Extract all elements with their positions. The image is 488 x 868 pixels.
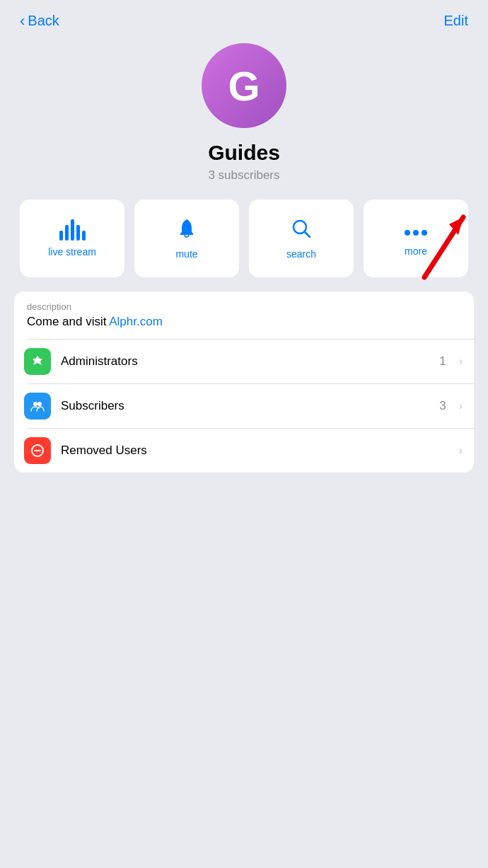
description-link[interactable]: Alphr.com <box>109 315 163 328</box>
administrators-label: Administrators <box>61 354 429 369</box>
mute-label: mute <box>175 248 197 260</box>
search-icon <box>291 218 312 243</box>
subscribers-label: Subscribers <box>61 399 429 413</box>
edit-label: Edit <box>444 13 468 28</box>
administrators-chevron-icon: › <box>459 355 463 368</box>
bell-icon <box>177 218 197 243</box>
administrators-count: 1 <box>439 354 446 369</box>
subscribers-icon <box>24 393 51 419</box>
removed-users-icon <box>24 437 51 464</box>
info-card: description Come and visit Alphr.com Adm… <box>14 291 474 473</box>
subscribers-chevron-icon: › <box>459 400 463 412</box>
search-label: search <box>286 248 316 260</box>
live-stream-label: live stream <box>48 246 96 257</box>
more-label: more <box>405 245 427 257</box>
subscribers-count: 3 <box>439 399 446 413</box>
administrators-item[interactable]: Administrators 1 › <box>14 340 474 383</box>
svg-point-4 <box>422 230 427 236</box>
live-stream-button[interactable]: live stream <box>20 199 124 277</box>
svg-point-2 <box>405 230 410 236</box>
svg-point-8 <box>33 402 37 406</box>
svg-point-9 <box>37 402 42 406</box>
svg-point-7 <box>35 359 40 363</box>
subscribers-item[interactable]: Subscribers 3 › <box>14 384 474 428</box>
more-dots-icon <box>404 220 428 240</box>
live-stream-icon <box>59 219 86 241</box>
mute-button[interactable]: mute <box>134 199 239 277</box>
search-button[interactable]: search <box>249 199 354 277</box>
back-label: Back <box>28 13 59 29</box>
removed-users-label: Removed Users <box>61 444 449 458</box>
administrators-icon <box>24 348 51 375</box>
channel-name: Guides <box>208 141 280 165</box>
actions-row: live stream mute <box>0 199 488 277</box>
back-chevron-icon: ‹ <box>20 13 25 29</box>
description-section: description Come and visit Alphr.com <box>14 291 474 339</box>
nav-bar: ‹ Back Edit <box>0 0 488 36</box>
description-prefix: Come and visit <box>27 315 109 328</box>
more-button[interactable]: more <box>364 199 468 277</box>
avatar-letter: G <box>228 62 260 110</box>
actions-wrapper: live stream mute <box>0 199 488 291</box>
description-text: Come and visit Alphr.com <box>27 315 461 329</box>
avatar: G <box>202 43 286 128</box>
screen: ‹ Back Edit G Guides 3 subscribers <box>0 0 488 868</box>
removed-users-item[interactable]: Removed Users › <box>14 429 474 473</box>
edit-button[interactable]: Edit <box>444 13 468 29</box>
description-label: description <box>27 301 461 312</box>
avatar-container: G <box>202 43 286 128</box>
subscribers-count: 3 subscribers <box>208 168 279 183</box>
removed-users-chevron-icon: › <box>459 444 463 457</box>
svg-line-1 <box>305 232 310 237</box>
svg-point-3 <box>413 230 419 236</box>
back-button[interactable]: ‹ Back <box>20 13 59 29</box>
